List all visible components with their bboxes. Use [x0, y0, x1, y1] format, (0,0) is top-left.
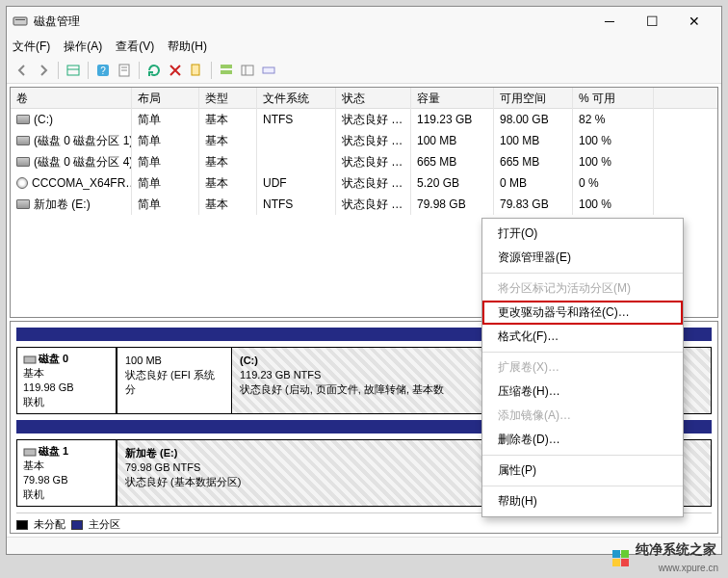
vol-free: 100 MB	[494, 130, 573, 151]
maximize-button[interactable]: ☐	[631, 7, 673, 36]
vol-type: 基本	[199, 130, 257, 151]
menu-action[interactable]: 操作(A)	[64, 39, 102, 55]
vol-status: 状态良好 (…	[336, 151, 411, 172]
legend-unallocated-swatch	[16, 520, 28, 530]
menu-item[interactable]: 删除卷(D)…	[482, 428, 683, 452]
svg-rect-10	[221, 65, 232, 68]
drive-icon	[16, 157, 30, 167]
vol-free: 0 MB	[494, 172, 573, 194]
col-type[interactable]: 类型	[199, 88, 257, 109]
menu-item[interactable]: 属性(P)	[482, 459, 683, 483]
menubar: 文件(F) 操作(A) 查看(V) 帮助(H)	[7, 36, 721, 57]
menu-help[interactable]: 帮助(H)	[168, 39, 207, 55]
new-button[interactable]	[187, 61, 206, 80]
vol-pct: 100 %	[573, 151, 654, 172]
help-button[interactable]: ?	[93, 61, 113, 80]
list-button[interactable]	[217, 61, 236, 80]
watermark-logo-icon	[612, 549, 630, 566]
vol-type: 基本	[199, 109, 257, 130]
menu-item[interactable]: 帮助(H)	[482, 489, 683, 513]
refresh-button[interactable]	[144, 61, 164, 80]
detail-button[interactable]	[238, 61, 257, 80]
col-volume[interactable]: 卷	[11, 88, 132, 109]
vol-fs	[257, 151, 336, 172]
vol-type: 基本	[199, 151, 257, 172]
vol-type: 基本	[199, 194, 257, 215]
vol-name: CCCOMA_X64FR…	[32, 172, 132, 194]
menu-item: 扩展卷(X)…	[482, 355, 683, 380]
vol-status: 状态良好 (…	[336, 130, 411, 151]
vol-fs: UDF	[257, 172, 336, 194]
col-layout[interactable]: 布局	[132, 88, 199, 109]
legend-primary: 主分区	[89, 517, 120, 532]
vol-free: 79.83 GB	[494, 194, 573, 215]
table-row[interactable]: (磁盘 0 磁盘分区 1)简单基本状态良好 (…100 MB100 MB100 …	[11, 130, 717, 151]
properties-button[interactable]	[115, 61, 134, 80]
partition[interactable]: 100 MB状态良好 (EFI 系统分	[117, 347, 232, 414]
vol-name: (磁盘 0 磁盘分区 4)	[34, 151, 132, 172]
forward-button[interactable]	[34, 61, 53, 80]
vol-cap: 119.23 GB	[411, 109, 494, 130]
vol-cap: 100 MB	[411, 130, 494, 151]
graphical-button[interactable]	[259, 61, 278, 80]
col-capacity[interactable]: 容量	[411, 88, 494, 109]
vol-name: (磁盘 0 磁盘分区 1)	[34, 130, 132, 151]
vol-cap: 665 MB	[411, 151, 494, 172]
svg-rect-12	[242, 66, 253, 75]
svg-rect-11	[221, 70, 232, 74]
menu-item[interactable]: 资源管理器(E)	[482, 246, 683, 270]
vol-status: 状态良好 (…	[336, 109, 411, 130]
menu-item[interactable]: 更改驱动器号和路径(C)…	[482, 301, 683, 325]
minimize-button[interactable]: ─	[588, 7, 631, 36]
vol-fs	[257, 130, 336, 151]
menu-item[interactable]: 压缩卷(H)…	[482, 380, 683, 404]
disc-icon	[16, 177, 28, 189]
vol-pct: 0 %	[573, 172, 654, 194]
vol-fs: NTFS	[257, 109, 336, 130]
disk-label[interactable]: 磁盘 1基本79.98 GB联机	[16, 439, 117, 507]
drive-icon	[16, 136, 30, 145]
menu-file[interactable]: 文件(F)	[13, 39, 50, 55]
disk-label[interactable]: 磁盘 0基本119.98 GB联机	[16, 347, 117, 414]
vol-cap: 5.20 GB	[411, 172, 494, 194]
vol-layout: 简单	[132, 130, 199, 151]
vol-status: 状态良好 (…	[336, 172, 411, 194]
app-icon	[13, 13, 28, 29]
drive-icon	[16, 199, 30, 209]
watermark: 纯净系统之家 www.xpure.cn	[612, 541, 718, 574]
delete-button[interactable]	[166, 61, 185, 80]
col-pct[interactable]: % 可用	[573, 88, 654, 109]
col-status[interactable]: 状态	[336, 88, 411, 109]
menu-view[interactable]: 查看(V)	[116, 39, 154, 55]
col-fs[interactable]: 文件系统	[257, 88, 336, 109]
menu-item: 将分区标记为活动分区(M)	[482, 276, 683, 301]
svg-rect-1	[15, 19, 25, 20]
table-row[interactable]: CCCOMA_X64FR…简单基本UDF状态良好 (…5.20 GB0 MB0 …	[11, 172, 717, 194]
vol-status: 状态良好 (…	[336, 194, 411, 215]
disk-icon	[23, 445, 37, 459]
menu-item[interactable]: 格式化(F)…	[482, 325, 683, 349]
svg-rect-2	[67, 66, 79, 75]
table-view-button[interactable]	[64, 61, 83, 80]
disk-icon	[23, 353, 37, 366]
table-row[interactable]: (C:)简单基本NTFS状态良好 (…119.23 GB98.00 GB82 %	[11, 109, 717, 130]
vol-layout: 简单	[132, 151, 199, 172]
vol-free: 665 MB	[494, 151, 573, 172]
table-row[interactable]: 新加卷 (E:)简单基本NTFS状态良好 (…79.98 GB79.83 GB1…	[11, 194, 717, 215]
menu-item[interactable]: 打开(O)	[482, 222, 683, 246]
svg-text:?: ?	[100, 66, 106, 76]
legend-primary-swatch	[71, 520, 83, 530]
svg-rect-9	[192, 65, 199, 75]
table-row[interactable]: (磁盘 0 磁盘分区 4)简单基本状态良好 (…665 MB665 MB100 …	[11, 151, 717, 172]
context-menu: 打开(O)资源管理器(E)将分区标记为活动分区(M)更改驱动器号和路径(C)…格…	[481, 218, 684, 517]
back-button[interactable]	[13, 61, 32, 80]
col-free[interactable]: 可用空间	[494, 88, 573, 109]
titlebar[interactable]: 磁盘管理 ─ ☐ ✕	[7, 7, 721, 36]
drive-icon	[16, 115, 30, 124]
close-button[interactable]: ✕	[673, 7, 715, 36]
svg-rect-0	[13, 17, 27, 25]
vol-type: 基本	[199, 172, 257, 194]
legend-unallocated: 未分配	[34, 517, 65, 532]
vol-pct: 100 %	[573, 194, 654, 215]
vol-pct: 100 %	[573, 130, 654, 151]
